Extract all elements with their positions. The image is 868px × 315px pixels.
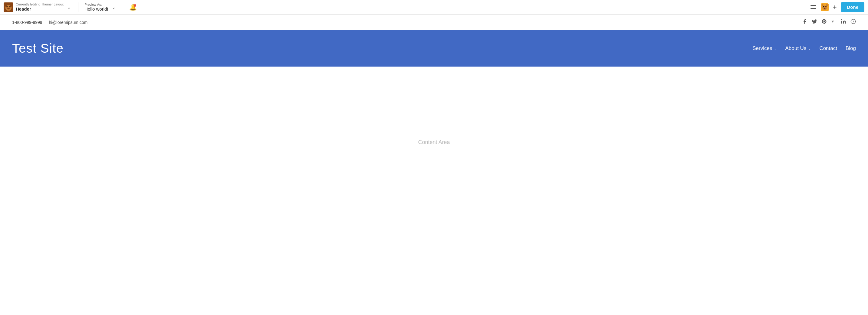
svg-point-6 <box>7 8 10 9</box>
svg-rect-12 <box>810 10 813 10</box>
mascot-icon-button[interactable] <box>821 3 829 11</box>
site-header: Test Site Services ⌄ About Us ⌄ Contact … <box>0 30 868 67</box>
svg-point-18 <box>826 6 826 7</box>
facebook-icon[interactable] <box>802 19 807 26</box>
twitter-icon[interactable] <box>812 19 817 26</box>
services-chevron-icon: ⌄ <box>774 46 777 51</box>
svg-point-20 <box>822 4 824 6</box>
svg-point-7 <box>5 3 7 6</box>
nav-about-us[interactable]: About Us ⌄ <box>785 45 811 52</box>
svg-rect-11 <box>810 8 816 9</box>
svg-point-21 <box>826 4 828 6</box>
divider2 <box>123 2 123 12</box>
preview-canvas: 1-800-999-9999 — hi@loremipsum.com Y <box>0 14 868 315</box>
notification-dot <box>134 4 136 7</box>
logo-avatar <box>4 2 13 12</box>
content-placeholder: Content Area <box>418 139 450 146</box>
nav-about-us-label: About Us <box>785 45 806 52</box>
divider <box>78 2 79 12</box>
svg-point-17 <box>823 6 824 7</box>
preview-chevron[interactable]: ⌄ <box>111 4 117 10</box>
google-icon[interactable] <box>850 19 856 26</box>
about-us-chevron-icon: ⌄ <box>808 46 811 51</box>
preview-value: Hello world! <box>85 6 108 11</box>
editing-title: Header <box>16 6 64 12</box>
nav-blog[interactable]: Blog <box>846 45 856 52</box>
admin-bar-left: Currently Editing Themer Layout Header ⌄… <box>4 2 810 12</box>
phone-number: 1-800-999-9999 <box>12 20 42 25</box>
top-info-bar: 1-800-999-9999 — hi@loremipsum.com Y <box>0 14 868 30</box>
nav-blog-label: Blog <box>846 45 856 52</box>
nav-services[interactable]: Services ⌄ <box>752 45 777 52</box>
svg-rect-9 <box>810 5 816 6</box>
svg-point-8 <box>10 3 12 6</box>
editing-title-chevron[interactable]: ⌄ <box>66 4 72 10</box>
done-button[interactable]: Done <box>841 2 865 12</box>
svg-rect-10 <box>810 7 816 7</box>
nav-contact[interactable]: Contact <box>819 45 837 52</box>
content-area: Content Area <box>0 67 868 218</box>
admin-bar-right: + Done <box>810 2 864 12</box>
svg-point-19 <box>824 8 825 9</box>
preview-section: Preview As: Hello world! ⌄ <box>85 3 117 11</box>
svg-point-14 <box>822 5 827 10</box>
contact-info: 1-800-999-9999 — hi@loremipsum.com <box>12 20 88 25</box>
notifications-button[interactable]: 🔔 <box>129 4 137 11</box>
svg-text:Y: Y <box>832 20 834 24</box>
list-icon-button[interactable] <box>810 4 816 10</box>
social-icons: Y <box>802 19 856 26</box>
yelp-icon[interactable]: Y <box>831 19 837 26</box>
editing-info: Currently Editing Themer Layout Header <box>16 2 64 12</box>
separator: — <box>43 20 49 25</box>
editing-label: Currently Editing Themer Layout <box>16 2 64 6</box>
admin-bar: Currently Editing Themer Layout Header ⌄… <box>0 0 868 14</box>
nav-contact-label: Contact <box>819 45 837 52</box>
linkedin-icon[interactable] <box>841 19 846 26</box>
site-title: Test Site <box>12 41 64 56</box>
svg-point-23 <box>841 19 842 20</box>
pinterest-icon[interactable] <box>822 19 827 26</box>
site-nav: Services ⌄ About Us ⌄ Contact Blog <box>752 45 856 52</box>
preview-label: Preview As: <box>85 3 108 6</box>
nav-services-label: Services <box>752 45 772 52</box>
email-address: hi@loremipsum.com <box>49 20 88 25</box>
add-button[interactable]: + <box>833 3 837 11</box>
